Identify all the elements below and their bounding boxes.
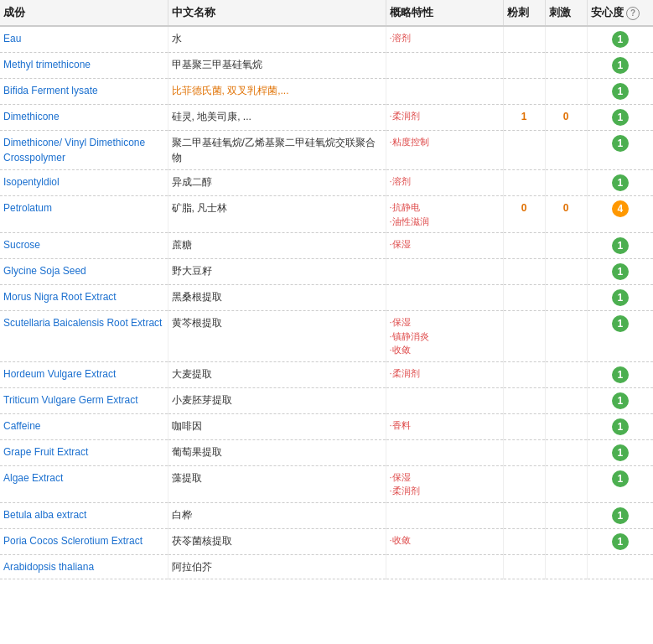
irritant-cell bbox=[545, 26, 587, 53]
irritant-cell: 0 bbox=[545, 196, 587, 233]
powder-cell bbox=[503, 259, 545, 285]
property-cell: ·保湿·镇静消炎·收敛 bbox=[386, 311, 503, 362]
chinese-name: 咖啡因 bbox=[172, 420, 202, 432]
chinese-name-cell: 白桦 bbox=[168, 502, 386, 528]
safety-badge: 1 bbox=[612, 83, 629, 100]
powder-cell bbox=[503, 170, 545, 196]
irritant-cell bbox=[545, 465, 587, 502]
property-cell: ·粘度控制 bbox=[386, 131, 503, 170]
ingredient-name-cell: Scutellaria Baicalensis Root Extract bbox=[0, 311, 168, 362]
chinese-name: 比菲德氏菌, 双叉乳桿菌,... bbox=[172, 85, 289, 96]
safety-cell: 1 bbox=[587, 439, 653, 465]
chinese-name: 水 bbox=[172, 33, 182, 44]
safety-cell: 1 bbox=[587, 131, 653, 170]
ingredient-name[interactable]: Bifida Ferment lysate bbox=[3, 85, 98, 96]
powder-cell bbox=[503, 554, 545, 579]
safety-cell: 1 bbox=[587, 285, 653, 311]
chinese-name-cell: 咖啡因 bbox=[168, 413, 386, 439]
property-cell: ·柔润剂 bbox=[386, 105, 503, 131]
chinese-name-cell: 硅灵, 地美司康, ... bbox=[168, 105, 386, 131]
ingredient-name[interactable]: Poria Cocos Sclerotium Extract bbox=[3, 535, 143, 547]
safety-badge: 1 bbox=[612, 507, 629, 524]
property-cell bbox=[386, 554, 503, 579]
ingredient-name-cell: Arabidopsis thaliana bbox=[0, 554, 168, 579]
ingredient-name[interactable]: Dimethicone bbox=[3, 111, 60, 122]
ingredient-name[interactable]: Grape Fruit Extract bbox=[3, 446, 88, 458]
chinese-name-cell: 水 bbox=[168, 26, 386, 53]
property-cell: ·保湿 bbox=[386, 233, 503, 259]
ingredient-name[interactable]: Arabidopsis thaliana bbox=[3, 561, 94, 573]
chinese-name-cell: 茯苓菌核提取 bbox=[168, 528, 386, 554]
safety-cell: 1 bbox=[587, 105, 653, 131]
safety-cell: 1 bbox=[587, 465, 653, 502]
irritant-cell bbox=[545, 285, 587, 311]
chinese-name-cell: 黄芩根提取 bbox=[168, 311, 386, 362]
chinese-name: 小麦胚芽提取 bbox=[172, 394, 232, 406]
chinese-name: 葡萄果提取 bbox=[172, 446, 222, 458]
ingredient-name[interactable]: Glycine Soja Seed bbox=[3, 265, 86, 277]
ingredient-name[interactable]: Methyl trimethicone bbox=[3, 59, 91, 70]
table-row: Methyl trimethicone甲基聚三甲基硅氧烷1 bbox=[0, 53, 653, 79]
ingredient-name-cell: Dimethicone/ Vinyl Dimethicone Crosspoly… bbox=[0, 131, 168, 170]
table-row: Caffeine咖啡因·香料1 bbox=[0, 413, 653, 439]
ingredient-name[interactable]: Hordeum Vulgare Extract bbox=[3, 368, 116, 380]
property-cell bbox=[386, 79, 503, 105]
safety-cell: 1 bbox=[587, 502, 653, 528]
ingredient-name[interactable]: Triticum Vulgare Germ Extract bbox=[3, 394, 137, 406]
ingredient-name-cell: Hordeum Vulgare Extract bbox=[0, 361, 168, 387]
powder-cell bbox=[503, 131, 545, 170]
safety-cell: 4 bbox=[587, 196, 653, 233]
powder-cell bbox=[503, 439, 545, 465]
property-cell bbox=[386, 439, 503, 465]
header-irritant: 刺激 bbox=[545, 0, 587, 26]
ingredient-name[interactable]: Petrolatum bbox=[3, 202, 52, 214]
header-ingredient: 成份 bbox=[0, 0, 168, 26]
ingredient-name-cell: Betula alba extract bbox=[0, 502, 168, 528]
safety-badge: 1 bbox=[612, 533, 629, 550]
header-powder: 粉刺 bbox=[503, 0, 545, 26]
ingredient-name[interactable]: Algae Extract bbox=[3, 472, 63, 484]
irritant-cell bbox=[545, 311, 587, 362]
table-row: Poria Cocos Sclerotium Extract茯苓菌核提取·收敛1 bbox=[0, 528, 653, 554]
ingredient-name[interactable]: Eau bbox=[3, 33, 21, 44]
table-row: Petrolatum矿脂, 凡士林·抗静电·油性滋润004 bbox=[0, 196, 653, 233]
powder-cell bbox=[503, 465, 545, 502]
property-tag: ·柔润剂 bbox=[390, 484, 500, 498]
safety-badge: 1 bbox=[612, 366, 629, 383]
property-cell: ·香料 bbox=[386, 413, 503, 439]
ingredient-name-cell: Isopentyldiol bbox=[0, 170, 168, 196]
chinese-name: 茯苓菌核提取 bbox=[172, 535, 232, 547]
chinese-name: 硅灵, 地美司康, ... bbox=[172, 111, 251, 122]
ingredient-name-cell: Glycine Soja Seed bbox=[0, 259, 168, 285]
property-cell bbox=[386, 387, 503, 413]
chinese-name: 野大豆籽 bbox=[172, 265, 212, 277]
table-row: Isopentyldiol异成二醇·溶剂1 bbox=[0, 170, 653, 196]
property-cell: ·溶剂 bbox=[386, 170, 503, 196]
ingredient-name[interactable]: Isopentyldiol bbox=[3, 176, 60, 188]
property-tag: ·保湿 bbox=[390, 470, 500, 485]
powder-cell bbox=[503, 528, 545, 554]
table-row: Triticum Vulgare Germ Extract小麦胚芽提取1 bbox=[0, 387, 653, 413]
safety-help-icon[interactable]: ? bbox=[626, 7, 640, 20]
ingredient-name[interactable]: Sucrose bbox=[3, 239, 40, 251]
ingredient-name[interactable]: Scutellaria Baicalensis Root Extract bbox=[3, 317, 162, 329]
safety-badge: 4 bbox=[612, 200, 629, 217]
chinese-name: 黑桑根提取 bbox=[172, 291, 222, 303]
safety-cell: 1 bbox=[587, 259, 653, 285]
powder-cell: 0 bbox=[503, 196, 545, 233]
ingredient-name-cell: Dimethicone bbox=[0, 105, 168, 131]
property-tag: ·抗静电 bbox=[390, 200, 500, 215]
irritant-cell bbox=[545, 387, 587, 413]
chinese-name: 藻提取 bbox=[172, 472, 202, 484]
chinese-name-cell: 小麦胚芽提取 bbox=[168, 387, 386, 413]
ingredient-name[interactable]: Betula alba extract bbox=[3, 509, 86, 521]
irritant-cell bbox=[545, 528, 587, 554]
ingredient-name[interactable]: Dimethicone/ Vinyl Dimethicone Crosspoly… bbox=[3, 137, 145, 164]
ingredient-name[interactable]: Caffeine bbox=[3, 420, 40, 432]
ingredient-name-cell: Methyl trimethicone bbox=[0, 53, 168, 79]
powder-cell bbox=[503, 26, 545, 53]
ingredient-name-cell: Caffeine bbox=[0, 413, 168, 439]
ingredient-name[interactable]: Morus Nigra Root Extract bbox=[3, 291, 117, 303]
safety-badge: 1 bbox=[612, 135, 629, 152]
table-row: Algae Extract藻提取·保湿·柔润剂1 bbox=[0, 465, 653, 502]
